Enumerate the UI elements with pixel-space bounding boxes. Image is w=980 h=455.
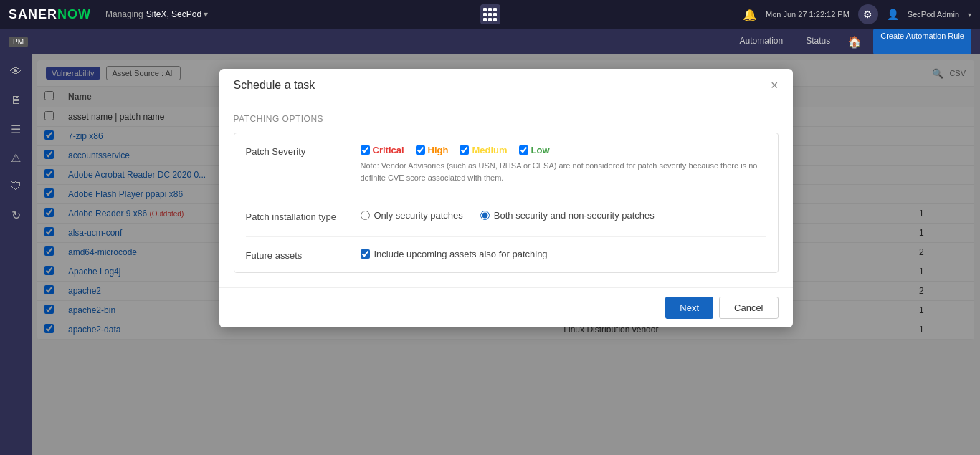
include-upcoming-assets-item[interactable]: Include upcoming assets also for patchin… [361, 249, 766, 259]
dropdown-arrow-icon[interactable]: ▾ [204, 9, 208, 19]
sidebar-eye-icon[interactable]: 👁 [4, 60, 27, 83]
next-button[interactable]: Next [665, 297, 713, 319]
security-only-radio-item[interactable]: Only security patches [361, 210, 463, 221]
sidebar-refresh-icon[interactable]: ↻ [4, 203, 27, 226]
patching-options-label: Patching options [234, 114, 779, 124]
site-label: SiteX, SecPod [146, 9, 201, 19]
high-severity-item[interactable]: High [416, 145, 449, 155]
low-checkbox[interactable] [519, 145, 528, 155]
cancel-button[interactable]: Cancel [719, 297, 778, 319]
logo-saner: SANER [9, 7, 57, 21]
sidebar-monitor-icon[interactable]: 🖥 [4, 89, 27, 112]
modal-overlay: Schedule a task × Patching options Patch… [32, 54, 980, 455]
modal-close-button[interactable]: × [771, 79, 779, 92]
both-patches-radio[interactable] [480, 211, 490, 220]
future-assets-content: Include upcoming assets also for patchin… [361, 249, 766, 259]
modal-footer: Next Cancel [219, 287, 793, 327]
sidebar-warning-icon[interactable]: ⚠ [4, 146, 27, 169]
schedule-task-modal: Schedule a task × Patching options Patch… [219, 69, 793, 327]
main-content: 👁 🖥 ☰ ⚠ 🛡 ↻ Vulnerability Asset Source :… [0, 54, 980, 455]
patch-severity-row: Patch Severity Critical High [246, 145, 766, 183]
logo-now: NOW [57, 7, 91, 21]
managing-label: Managing [105, 9, 143, 19]
header-time: Mon Jun 27 1:22:12 PM [766, 10, 850, 19]
sub-navigation: Automation Status 🏠 Create Automation Ru… [728, 29, 971, 54]
both-patches-radio-item[interactable]: Both security and non-security patches [480, 210, 655, 221]
nav-status[interactable]: Status [794, 29, 842, 54]
content-area: Vulnerability Asset Source : All 🔍 CSV N… [32, 54, 980, 455]
low-label: Low [531, 145, 550, 155]
divider-1 [246, 198, 766, 198]
options-box: Patch Severity Critical High [234, 133, 779, 273]
settings-icon[interactable]: ⚙ [858, 4, 878, 24]
sidebar-shield-icon[interactable]: 🛡 [4, 175, 27, 198]
header-right: 🔔 Mon Jun 27 1:22:12 PM ⚙ 👤 SecPod Admin… [743, 4, 971, 24]
future-assets-label: Future assets [246, 249, 361, 261]
critical-severity-item[interactable]: Critical [361, 145, 404, 155]
security-only-radio[interactable] [361, 211, 370, 220]
high-label: High [428, 145, 449, 155]
nav-automation[interactable]: Automation [728, 29, 794, 54]
app-logo: SANERNOW [9, 7, 91, 22]
high-checkbox[interactable] [416, 145, 425, 155]
include-upcoming-assets-checkbox[interactable] [361, 249, 370, 259]
sidebar: 👁 🖥 ☰ ⚠ 🛡 ↻ [0, 54, 32, 455]
sidebar-list-icon[interactable]: ☰ [4, 118, 27, 140]
user-dropdown-icon[interactable]: ▾ [968, 11, 971, 19]
top-header: SANERNOW Managing SiteX, SecPod ▾ 🔔 Mon … [0, 0, 980, 29]
critical-checkbox[interactable] [361, 145, 370, 155]
patch-severity-content: Critical High Medium [361, 145, 766, 183]
critical-label: Critical [373, 145, 404, 155]
patch-installation-content: Only security patches Both security and … [361, 210, 766, 221]
both-patches-label: Both security and non-security patches [494, 210, 655, 221]
severity-note: Note: Vendor Advisories (such as USN, RH… [361, 160, 766, 183]
patch-severity-label: Patch Severity [246, 145, 361, 157]
medium-checkbox[interactable] [460, 145, 469, 155]
create-automation-rule-button[interactable]: Create Automation Rule [873, 29, 971, 54]
modal-title: Schedule a task [234, 79, 315, 92]
installation-type-radios: Only security patches Both security and … [361, 210, 766, 221]
divider-2 [246, 236, 766, 237]
include-upcoming-label: Include upcoming assets also for patchin… [374, 249, 548, 259]
security-only-label: Only security patches [374, 210, 463, 221]
modal-body: Patching options Patch Severity Critical [219, 102, 793, 287]
user-name: SecPod Admin [908, 10, 959, 19]
user-icon: 👤 [887, 9, 899, 20]
future-assets-row: Future assets Include upcoming assets al… [246, 249, 766, 261]
medium-severity-item[interactable]: Medium [460, 145, 507, 155]
home-icon[interactable]: 🏠 [842, 29, 867, 54]
grid-menu-button[interactable] [480, 4, 500, 24]
severity-checkboxes: Critical High Medium [361, 145, 766, 155]
notification-icon[interactable]: 🔔 [743, 8, 757, 21]
patch-installation-row: Patch installation type Only security pa… [246, 210, 766, 222]
modal-header: Schedule a task × [219, 69, 793, 102]
patch-installation-label: Patch installation type [246, 210, 361, 222]
pm-badge: PM [9, 37, 28, 47]
medium-label: Medium [472, 145, 507, 155]
sub-header: PM Automation Status 🏠 Create Automation… [0, 29, 980, 54]
low-severity-item[interactable]: Low [519, 145, 550, 155]
